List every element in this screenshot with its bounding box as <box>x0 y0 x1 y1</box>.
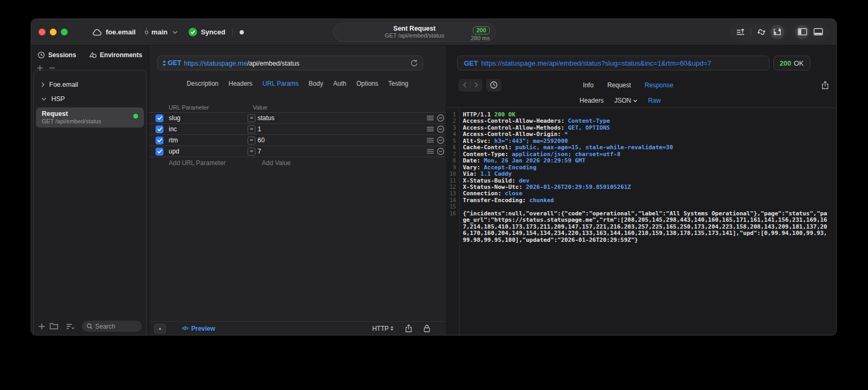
remove-param-button[interactable] <box>437 137 444 144</box>
response-tabs: Info Request Response <box>433 81 823 89</box>
preview-button[interactable]: </> Preview <box>182 325 215 332</box>
session-list-controls <box>37 65 55 71</box>
branch-selector[interactable]: main <box>144 28 177 37</box>
param-checkbox[interactable] <box>156 137 163 144</box>
sidebar-footer: Search <box>39 321 142 332</box>
header-value: 1.1 Caddy <box>480 170 512 177</box>
url-field[interactable]: https://statuspage.me/api/embed/status <box>184 58 299 68</box>
sync-status[interactable]: Synced <box>188 28 225 37</box>
drag-handle-icon[interactable] <box>427 138 434 143</box>
sort-filter-button[interactable] <box>66 323 75 330</box>
import-list-button[interactable] <box>733 25 747 39</box>
add-param-field[interactable]: Add URL Parameter <box>169 159 253 167</box>
import-export-button[interactable] <box>770 25 784 39</box>
tab-environments[interactable]: Environments <box>89 51 142 59</box>
request-status-pill[interactable]: Sent Request GET /api/embed/status 200 2… <box>334 23 495 41</box>
tree-item-hsp[interactable]: HSP <box>34 92 146 106</box>
request-url-bar[interactable]: GET https://statuspage.me/api/embed/stat… <box>157 56 423 70</box>
subtab-headers[interactable]: Headers <box>580 97 604 104</box>
tab-request[interactable]: Request <box>607 81 631 89</box>
tab-auth[interactable]: Auth <box>333 80 346 87</box>
param-value-field[interactable]: 1 <box>258 125 427 133</box>
response-method: GET <box>464 59 478 67</box>
close-button[interactable] <box>39 29 45 35</box>
url-path: /api/embed/status <box>247 60 299 67</box>
sync-requests-button[interactable] <box>754 25 769 39</box>
expand-panel-button[interactable]: ▲ <box>154 324 166 333</box>
subtab-json[interactable]: JSON <box>614 97 637 104</box>
project-menu[interactable]: foe.email <box>92 28 135 36</box>
param-checkbox[interactable] <box>156 114 163 122</box>
col-value: Value <box>253 104 267 111</box>
line-number: 1 <box>446 112 456 118</box>
header-name: Via: <box>463 170 480 177</box>
line-number: 14 <box>446 197 456 204</box>
tab-body[interactable]: Body <box>309 80 323 87</box>
search-input[interactable]: Search <box>82 321 142 332</box>
drag-handle-icon[interactable] <box>427 115 434 121</box>
protocol-selector[interactable]: HTTP <box>372 325 394 332</box>
row-actions <box>427 148 444 155</box>
response-line-14: 14Transfer-Encoding: chunked <box>446 197 836 204</box>
preview-label: Preview <box>191 325 215 332</box>
resend-request-button[interactable] <box>410 59 418 67</box>
remove-param-button[interactable] <box>437 125 444 133</box>
branch-icon <box>144 28 149 37</box>
param-checkbox[interactable] <box>156 125 163 133</box>
line-number: 16 <box>446 211 456 243</box>
add-folder-button[interactable] <box>50 323 58 330</box>
add-value-field[interactable]: Add Value <box>262 159 291 167</box>
param-name-field[interactable]: slug <box>169 114 248 122</box>
param-value-field[interactable]: 60 <box>258 137 427 144</box>
drag-handle-icon[interactable] <box>427 149 434 154</box>
param-row: inc = 1 <box>149 123 446 134</box>
remove-param-button[interactable] <box>437 114 444 122</box>
search-icon <box>87 323 93 329</box>
request-list-item-selected[interactable]: Request GET /api/embed/status <box>36 107 144 128</box>
remove-session-button[interactable] <box>49 65 55 71</box>
tab-info[interactable]: Info <box>583 81 593 89</box>
sync-check-icon <box>188 28 197 37</box>
tab-url-params[interactable]: URL Params <box>262 80 298 87</box>
add-request-button[interactable] <box>39 323 45 330</box>
header-name: Access-Control-Allow-Headers: <box>463 117 568 124</box>
line-number: 3 <box>446 125 456 131</box>
param-value-field[interactable]: 7 <box>258 148 427 155</box>
tab-testing[interactable]: Testing <box>388 80 408 87</box>
param-value-field[interactable]: status <box>258 114 427 122</box>
tab-headers[interactable]: Headers <box>229 80 252 87</box>
tree-item-foe-email[interactable]: Foe.email <box>34 77 146 92</box>
line-number: 12 <box>446 184 456 191</box>
method-selector[interactable]: GET <box>162 59 181 67</box>
param-name-field[interactable]: inc <box>169 125 248 133</box>
tab-environments-label: Environments <box>100 51 142 59</box>
toggle-bottom-panel-button[interactable] <box>811 25 825 39</box>
toggle-sidebar-button[interactable] <box>795 25 809 39</box>
header-value: application/json; charset=utf-8 <box>512 151 620 158</box>
unsaved-indicator-dot <box>240 30 244 34</box>
zoom-button[interactable] <box>61 29 68 35</box>
sent-request-line[interactable]: GET https://statuspage.me/api/embed/stat… <box>457 56 770 70</box>
add-session-button[interactable] <box>37 65 43 71</box>
tab-response[interactable]: Response <box>645 81 673 89</box>
param-name-field[interactable]: rtm <box>169 137 248 144</box>
param-row: slug = status <box>149 112 446 123</box>
request-footer-bar: ▲ </> Preview HTTP <box>149 321 446 335</box>
subtab-raw[interactable]: Raw <box>648 97 661 104</box>
remove-param-button[interactable] <box>437 148 444 155</box>
minimize-button[interactable] <box>50 29 57 35</box>
tab-description[interactable]: Description <box>187 80 218 87</box>
param-table-header: URL Parameter Value <box>149 102 446 112</box>
tab-sessions[interactable]: Sessions <box>38 51 76 59</box>
param-checkbox[interactable] <box>156 148 163 156</box>
share-request-button[interactable] <box>405 324 412 332</box>
code-icon: </> <box>182 325 188 331</box>
response-status-code: 200 <box>780 59 791 67</box>
param-name-field[interactable]: upd <box>169 148 248 155</box>
drag-handle-icon[interactable] <box>427 126 434 132</box>
line-number: 7 <box>446 151 456 158</box>
lock-icon[interactable] <box>424 324 430 332</box>
header-value: 2026-01-26T20:29:59.859105261Z <box>526 184 631 191</box>
tab-options[interactable]: Options <box>357 80 378 87</box>
response-toolbar: Info Request Response <box>446 76 836 94</box>
